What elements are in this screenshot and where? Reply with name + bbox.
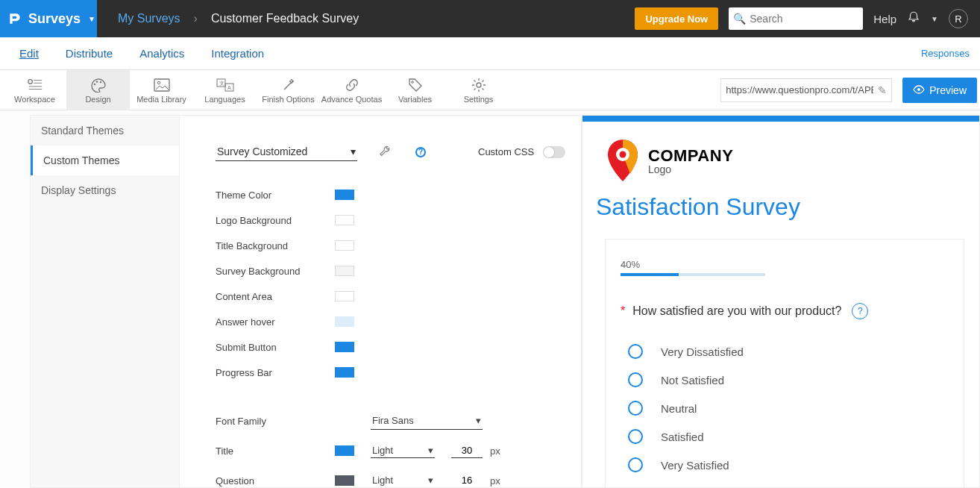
brand-label: Surveys bbox=[28, 11, 81, 27]
sidebar-item-custom-themes[interactable]: Custom Themes bbox=[31, 146, 179, 175]
palette-icon bbox=[89, 77, 107, 93]
wand-icon bbox=[281, 77, 296, 93]
chevron-right-icon: › bbox=[194, 12, 198, 25]
caret-down-icon: ▾ bbox=[476, 415, 481, 426]
swatch-logo-background[interactable] bbox=[335, 215, 354, 225]
swatch-content-area[interactable] bbox=[335, 291, 354, 301]
svg-point-6 bbox=[95, 81, 97, 82]
sidebar-item-standard-themes[interactable]: Standard Themes bbox=[31, 116, 179, 146]
radio-option[interactable] bbox=[628, 344, 643, 359]
wrench-icon[interactable] bbox=[380, 144, 393, 160]
image-icon bbox=[154, 77, 170, 93]
breadcrumb-root[interactable]: My Surveys bbox=[118, 12, 180, 25]
tool-languages[interactable]: 文A Languages bbox=[193, 70, 257, 110]
caret-down-icon: ▾ bbox=[351, 146, 356, 157]
nav-tabs: Edit Distribute Analytics Integration Re… bbox=[0, 37, 980, 70]
brand-menu[interactable]: Surveys ▼ bbox=[0, 0, 97, 37]
survey-url-input[interactable] bbox=[726, 84, 873, 96]
help-icon[interactable]: ? bbox=[415, 147, 426, 157]
gear-icon bbox=[471, 77, 486, 93]
swatch-title-color[interactable] bbox=[335, 445, 354, 456]
tool-finish[interactable]: Finish Options bbox=[257, 70, 320, 110]
progress-label: 40% bbox=[621, 259, 949, 270]
swatch-answer-hover[interactable] bbox=[335, 316, 354, 327]
survey-url-box: ✎ bbox=[720, 78, 892, 102]
preview-accent-bar bbox=[582, 116, 979, 122]
search-wrap: 🔍 bbox=[729, 7, 863, 30]
svg-point-7 bbox=[99, 81, 101, 82]
sidebar: Standard Themes Custom Themes Display Se… bbox=[30, 115, 179, 488]
tab-integration[interactable]: Integration bbox=[198, 46, 277, 61]
swatch-survey-background[interactable] bbox=[335, 266, 354, 276]
font-family-select[interactable]: Fira Sans ▾ bbox=[371, 412, 483, 430]
svg-text:文: 文 bbox=[219, 81, 224, 86]
svg-point-9 bbox=[157, 81, 160, 84]
tab-distribute[interactable]: Distribute bbox=[52, 46, 126, 61]
breadcrumb: My Surveys › Customer Feedback Survey bbox=[97, 12, 359, 25]
radio-option[interactable] bbox=[628, 457, 643, 472]
sidebar-item-display-settings[interactable]: Display Settings bbox=[31, 175, 179, 205]
tool-quotas[interactable]: Advance Quotas bbox=[320, 70, 383, 110]
tab-analytics[interactable]: Analytics bbox=[126, 46, 198, 61]
tool-variables[interactable]: Variables bbox=[383, 70, 447, 110]
workspace-icon bbox=[27, 77, 43, 93]
radio-option[interactable] bbox=[628, 429, 643, 444]
theme-editor: Survey Customized ▾ ? Custom CSS Theme C… bbox=[179, 115, 582, 488]
question-info-icon[interactable]: ? bbox=[852, 303, 868, 319]
svg-line-14 bbox=[284, 81, 293, 90]
question-weight-select[interactable]: Light▾ bbox=[371, 473, 435, 488]
translate-icon: 文A bbox=[216, 77, 234, 93]
swatch-question-color[interactable] bbox=[335, 475, 354, 486]
avatar[interactable]: R bbox=[949, 9, 968, 28]
topbar: Surveys ▼ My Surveys › Customer Feedback… bbox=[0, 0, 980, 37]
search-input[interactable] bbox=[729, 7, 863, 30]
swatch-theme-color[interactable] bbox=[335, 190, 354, 200]
company-name: COMPANY bbox=[648, 146, 733, 166]
upgrade-button[interactable]: Upgrade Now bbox=[635, 7, 718, 30]
svg-point-16 bbox=[477, 83, 481, 87]
radio-option[interactable] bbox=[628, 401, 643, 416]
theme-preset-select[interactable]: Survey Customized ▾ bbox=[216, 143, 357, 161]
svg-text:A: A bbox=[227, 85, 231, 90]
app-logo bbox=[7, 11, 22, 26]
custom-css-label: Custom CSS bbox=[478, 146, 534, 157]
swatch-title-background[interactable] bbox=[335, 240, 354, 251]
svg-point-0 bbox=[28, 79, 32, 84]
tool-design[interactable]: Design bbox=[66, 70, 130, 110]
swatch-submit-button[interactable] bbox=[335, 342, 354, 352]
tool-media[interactable]: Media Library bbox=[130, 70, 193, 110]
link-icon bbox=[345, 77, 359, 93]
help-link[interactable]: Help bbox=[873, 13, 896, 25]
bell-icon[interactable] bbox=[907, 10, 920, 28]
pencil-icon[interactable]: ✎ bbox=[878, 84, 887, 96]
svg-point-15 bbox=[411, 81, 413, 83]
search-icon: 🔍 bbox=[733, 13, 746, 25]
custom-css-toggle[interactable] bbox=[543, 146, 565, 158]
svg-point-19 bbox=[620, 151, 626, 158]
progress-bar bbox=[621, 273, 765, 276]
svg-point-17 bbox=[917, 88, 920, 91]
tool-workspace[interactable]: Workspace bbox=[3, 70, 66, 110]
eye-icon bbox=[913, 84, 925, 96]
tool-settings[interactable]: Settings bbox=[447, 70, 510, 110]
title-weight-select[interactable]: Light▾ bbox=[371, 443, 435, 458]
preview-question: How satisfied are you with our product? bbox=[632, 304, 841, 318]
breadcrumb-current: Customer Feedback Survey bbox=[211, 12, 359, 25]
svg-point-5 bbox=[93, 83, 95, 84]
survey-preview: COMPANY Logo Satisfaction Survey 40% * H… bbox=[582, 115, 980, 488]
tag-icon bbox=[408, 77, 423, 93]
required-indicator: * bbox=[621, 304, 625, 318]
preview-survey-title: Satisfaction Survey bbox=[582, 193, 979, 221]
company-pin-icon bbox=[605, 140, 641, 181]
title-size-input[interactable] bbox=[451, 443, 483, 458]
chevron-down-icon[interactable]: ▼ bbox=[931, 15, 938, 23]
tab-edit[interactable]: Edit bbox=[6, 46, 52, 61]
caret-down-icon: ▼ bbox=[88, 15, 95, 23]
toolbar: Workspace Design Media Library 文A Langua… bbox=[0, 70, 980, 110]
preview-button[interactable]: Preview bbox=[902, 78, 977, 103]
responses-link[interactable]: Responses bbox=[921, 48, 974, 59]
swatch-progress-bar[interactable] bbox=[335, 367, 354, 378]
radio-option[interactable] bbox=[628, 372, 643, 387]
question-size-input[interactable] bbox=[451, 473, 483, 488]
